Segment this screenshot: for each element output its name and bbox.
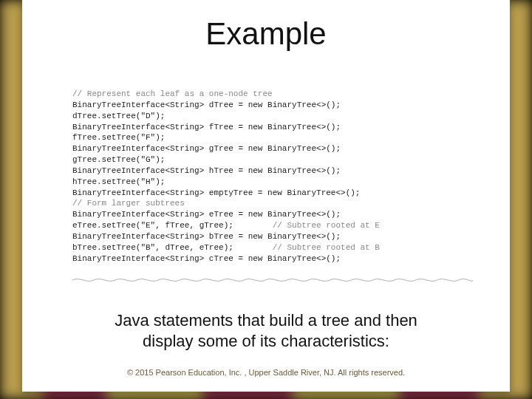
- code-inline-comment: // Subtree rooted at B: [233, 243, 380, 252]
- slide: Example // Represent each leaf as a one-…: [22, 0, 510, 392]
- slide-title: Example: [22, 16, 510, 52]
- caption-line: display some of its characteristics:: [22, 331, 510, 352]
- code-inline-comment: // Subtree rooted at E: [233, 221, 380, 230]
- copyright-notice: © 2015 Pearson Education, Inc. , Upper S…: [22, 368, 510, 377]
- torn-edge-decoration: [72, 276, 473, 284]
- caption: Java statements that build a tree and th…: [22, 310, 510, 351]
- code-line: BinaryTreeInterface<String> eTree = new …: [72, 210, 341, 219]
- code-line: BinaryTreeInterface<String> hTree = new …: [72, 166, 341, 175]
- code-line: gTree.setTree("G");: [72, 155, 165, 164]
- code-listing: // Represent each leaf as a one-node tre…: [72, 89, 473, 278]
- code-line: dTree.setTree("D");: [72, 112, 165, 120]
- code-line: hTree.setTree("H");: [72, 177, 165, 186]
- code-line: BinaryTreeInterface<String> gTree = new …: [72, 144, 341, 153]
- code-line: BinaryTreeInterface<String> cTree = new …: [72, 254, 341, 263]
- code-line: BinaryTreeInterface<String> dTree = new …: [72, 100, 341, 109]
- code-comment: // Form larger subtrees: [72, 199, 185, 208]
- code-line: bTree.setTree("B", dTree, eTree);: [72, 243, 233, 252]
- caption-line: Java statements that build a tree and th…: [22, 310, 510, 331]
- code-line: BinaryTreeInterface<String> emptyTree = …: [72, 188, 360, 197]
- code-line: BinaryTreeInterface<String> fTree = new …: [72, 123, 341, 132]
- code-comment: // Represent each leaf as a one-node tre…: [72, 89, 273, 98]
- code-line: fTree.setTree("F");: [72, 133, 165, 142]
- code-line: BinaryTreeInterface<String> bTree = new …: [72, 232, 341, 241]
- code-line: eTree.setTree("E", fTree, gTree);: [72, 221, 233, 230]
